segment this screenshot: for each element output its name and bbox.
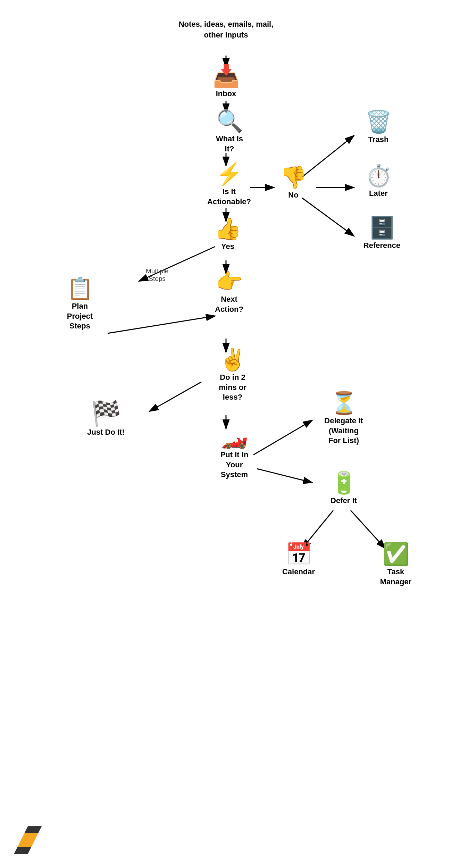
yes-icon: 👍 xyxy=(215,218,241,240)
svg-line-10 xyxy=(108,316,215,333)
reference-node: 🗄️ Reference xyxy=(358,217,406,251)
no-node: 👎 No xyxy=(274,167,312,200)
svg-marker-19 xyxy=(17,840,35,847)
delegate-it-icon: ⏳ xyxy=(330,392,357,414)
do-2-mins-node: ✌️ Do in 2 mins or less? xyxy=(205,349,260,402)
next-action-node: 👉 Next Action? xyxy=(205,271,253,314)
yes-node: 👍 Yes xyxy=(209,218,247,252)
inbox-icon: 📥 xyxy=(213,65,240,87)
flowchart: Notes, ideas, emails, mail, other inputs… xyxy=(0,0,452,868)
do-2-mins-icon: ✌️ xyxy=(219,349,246,370)
defer-it-icon: 🔋 xyxy=(330,472,357,494)
yes-label: Yes xyxy=(221,242,234,252)
calendar-icon: 📅 xyxy=(285,543,312,565)
calendar-node: 📅 Calendar xyxy=(274,543,323,577)
next-action-label: Next Action? xyxy=(215,294,243,314)
task-manager-label: Task Manager xyxy=(380,567,411,587)
later-label: Later xyxy=(369,189,388,199)
svg-marker-21 xyxy=(24,826,42,833)
what-is-it-node: 🔍 What Is It? xyxy=(209,110,250,154)
top-text-label: Notes, ideas, emails, mail, other inputs xyxy=(179,19,274,41)
trash-icon: 🗑️ xyxy=(365,111,392,133)
delegate-it-label: Delegate It (Waiting For List) xyxy=(324,416,363,446)
inbox-label: Inbox xyxy=(216,89,236,99)
plan-project-label: Plan Project Steps xyxy=(67,301,93,331)
what-is-it-label: What Is It? xyxy=(216,134,243,154)
reference-label: Reference xyxy=(363,241,400,251)
is-actionable-icon: ⚡ xyxy=(216,163,243,185)
trash-node: 🗑️ Trash xyxy=(358,111,399,145)
just-do-it-node: 🏁 Just Do It! xyxy=(76,401,135,437)
put-it-in-system-node: 🏎️ Put It In Your System xyxy=(205,426,264,480)
next-action-icon: 👉 xyxy=(216,271,243,292)
svg-line-18 xyxy=(351,510,385,549)
what-is-it-icon: 🔍 xyxy=(216,110,243,132)
defer-it-node: 🔋 Defer It xyxy=(319,472,368,506)
just-do-it-icon: 🏁 xyxy=(91,401,121,425)
put-it-system-icon: 🏎️ xyxy=(221,426,248,448)
is-actionable-node: ⚡ Is It Actionable? xyxy=(205,163,253,207)
calendar-label: Calendar xyxy=(282,567,315,577)
task-manager-icon: ✅ xyxy=(383,543,409,565)
plan-project-icon: 📋 xyxy=(67,278,93,299)
svg-line-13 xyxy=(149,382,201,411)
logo xyxy=(14,819,56,854)
task-manager-node: ✅ Task Manager xyxy=(368,543,424,587)
plan-project-steps-node: 📋 Plan Project Steps xyxy=(52,278,108,331)
svg-line-16 xyxy=(257,469,312,483)
multiple-steps-label: MultipleSteps xyxy=(146,267,168,283)
just-do-it-label: Just Do It! xyxy=(87,427,125,437)
inbox-node: 📥 Inbox xyxy=(209,65,243,99)
later-node: ⏱️ Later xyxy=(358,165,399,199)
is-actionable-label: Is It Actionable? xyxy=(207,187,251,207)
svg-marker-20 xyxy=(21,833,38,840)
delegate-it-node: ⏳ Delegate It (Waiting For List) xyxy=(312,392,375,446)
put-it-system-label: Put It In Your System xyxy=(220,450,249,480)
do-2-mins-label: Do in 2 mins or less? xyxy=(219,373,246,402)
reference-icon: 🗄️ xyxy=(369,217,395,239)
defer-it-label: Defer It xyxy=(330,496,357,506)
svg-marker-22 xyxy=(14,847,31,854)
later-icon: ⏱️ xyxy=(365,165,392,186)
no-label: No xyxy=(288,190,298,200)
trash-label: Trash xyxy=(368,135,389,145)
svg-line-7 xyxy=(302,198,354,236)
no-icon: 👎 xyxy=(280,167,307,188)
